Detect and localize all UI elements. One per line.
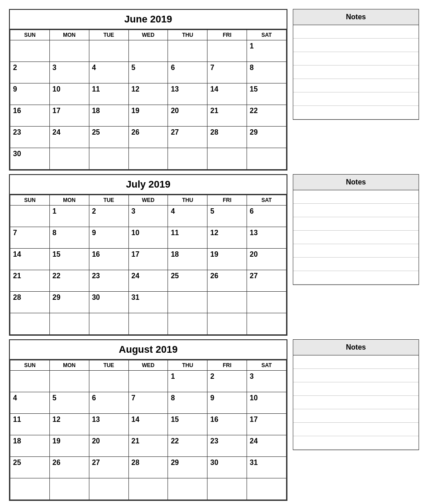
calendar-day: 17 [247,414,287,435]
calendar-day: 25 [10,457,50,478]
calendar-day: 24 [247,435,287,457]
notes-header: Notes [293,175,419,190]
notes-section-2: Notes [293,339,419,450]
table-row: 16171819202122 [10,105,287,127]
calendar-day: 5 [128,62,168,83]
calendar-day: 1 [49,206,89,227]
table-row: 21222324252627 [10,270,287,292]
calendar-day: 8 [247,62,287,83]
day-header: FRI [207,30,247,40]
calendar-day [89,478,128,500]
calendar-day: 8 [49,227,89,249]
calendar-day: 17 [49,105,89,127]
calendar-day [207,478,247,500]
calendar-day: 11 [10,414,50,435]
calendar-day: 20 [89,435,128,457]
calendar-day [207,40,247,62]
table-row [10,313,287,335]
calendar-day: 25 [168,270,207,292]
calendar-day: 11 [89,83,128,105]
calendar-day [128,371,168,392]
table-row: 45678910 [10,392,287,414]
calendar-day: 31 [247,457,287,478]
calendar-title-2: August 2019 [10,340,287,360]
calendar-day [10,478,50,500]
day-header: SUN [10,30,50,40]
calendar-day: 7 [128,392,168,414]
table-row: 14151617181920 [10,249,287,270]
notes-line [293,52,419,66]
calendar-day: 26 [49,457,89,478]
calendar-day: 13 [168,83,207,105]
notes-line [293,217,419,231]
calendar-day: 22 [49,270,89,292]
day-header: MON [49,360,89,371]
notes-line [293,79,419,92]
calendar-day: 16 [10,105,50,127]
calendar-day: 7 [10,227,50,249]
calendar-day: 16 [89,249,128,270]
calendar-day [128,40,168,62]
notes-line [293,382,419,396]
notes-header: Notes [293,340,419,355]
calendar-2: August 2019SUNMONTUEWEDTHUFRISAT12345678… [9,339,287,501]
calendar-day: 23 [89,270,128,292]
table-row: 123 [10,371,287,392]
calendar-day: 16 [207,414,247,435]
calendar-day: 14 [128,414,168,435]
notes-line [293,66,419,79]
calendar-day [128,148,168,170]
calendar-table-2: SUNMONTUEWEDTHUFRISAT1234567891011121314… [10,360,287,500]
calendar-day: 18 [10,435,50,457]
calendar-day: 30 [10,148,50,170]
calendar-day [247,313,287,335]
day-header: FRI [207,195,247,206]
calendar-day: 15 [247,83,287,105]
notes-line [293,409,419,423]
calendar-day [207,313,247,335]
calendar-day: 20 [247,249,287,270]
month-row-2: August 2019SUNMONTUEWEDTHUFRISAT12345678… [9,339,419,501]
calendar-day [168,313,207,335]
notes-lines[interactable] [293,355,419,450]
calendar-day [207,148,247,170]
calendar-day: 3 [49,62,89,83]
calendar-day [89,371,128,392]
calendar-day: 28 [207,127,247,148]
table-row: 1 [10,40,287,62]
calendar-day: 21 [128,435,168,457]
calendar-day: 31 [128,292,168,313]
calendar-day: 15 [168,414,207,435]
calendar-day: 30 [89,292,128,313]
notes-line [293,204,419,217]
calendar-day: 3 [128,206,168,227]
table-row: 11121314151617 [10,414,287,435]
calendar-day [49,478,89,500]
calendar-day: 4 [89,62,128,83]
calendar-day: 17 [128,249,168,270]
calendar-day [247,148,287,170]
notes-lines[interactable] [293,190,419,285]
calendar-day: 24 [128,270,168,292]
notes-lines[interactable] [293,25,419,119]
calendar-table-0: SUNMONTUEWEDTHUFRISAT1234567891011121314… [10,30,287,170]
page: June 2019SUNMONTUEWEDTHUFRISAT1234567891… [4,4,424,504]
calendar-day: 6 [247,206,287,227]
calendar-day: 26 [207,270,247,292]
calendar-0: June 2019SUNMONTUEWEDTHUFRISAT1234567891… [9,9,287,171]
calendar-day: 28 [128,457,168,478]
calendar-day: 12 [128,83,168,105]
calendar-day [10,40,50,62]
month-row-0: June 2019SUNMONTUEWEDTHUFRISAT1234567891… [9,9,419,171]
day-header: MON [49,30,89,40]
table-row: 9101112131415 [10,83,287,105]
notes-line [293,106,419,119]
calendar-day: 24 [49,127,89,148]
calendar-day: 5 [49,392,89,414]
calendar-day: 29 [168,457,207,478]
notes-line [293,396,419,409]
calendar-day [10,313,50,335]
calendar-day [89,40,128,62]
day-header: WED [128,195,168,206]
calendar-day: 22 [247,105,287,127]
